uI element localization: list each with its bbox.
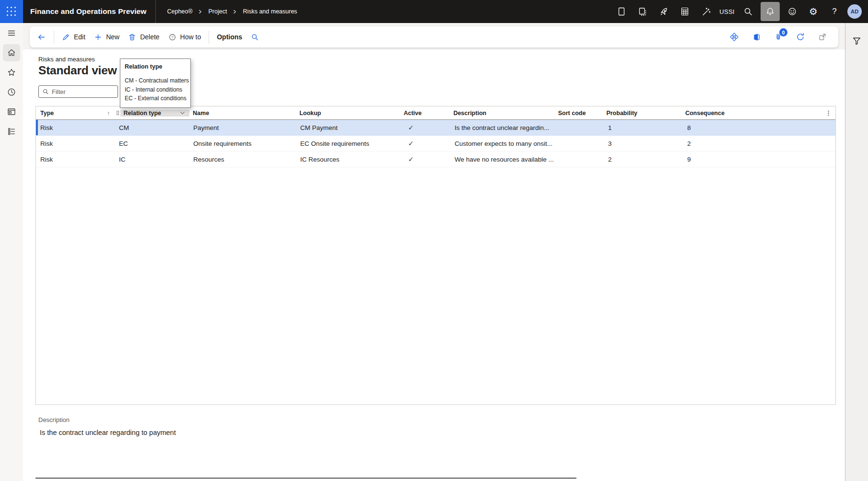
options-menu-button[interactable]: Options (212, 30, 246, 44)
page-body: Risks and measures Standard view Type ↑ (23, 49, 845, 481)
cell-lookup: CM Payment (298, 124, 402, 131)
nav-favorites-button[interactable] (3, 64, 20, 81)
nav-home-button[interactable] (3, 44, 20, 61)
column-grip-icon (115, 110, 120, 116)
cell-probability: 3 (605, 140, 684, 147)
dropdown-option-ec[interactable]: EC - External conditions (125, 94, 186, 103)
nav-modules-button[interactable] (3, 123, 20, 140)
filter-pane-button[interactable] (849, 33, 865, 49)
cell-lookup: IC Resources (298, 156, 402, 163)
cell-description: We have no resources available ... (451, 156, 557, 163)
refresh-button[interactable] (796, 32, 805, 42)
avatar[interactable]: AD (847, 4, 862, 19)
filter-input[interactable] (52, 88, 114, 95)
cell-type: Risk (36, 124, 115, 131)
notifications-button[interactable] (759, 0, 782, 23)
clock-icon (7, 87, 16, 97)
plus-icon (94, 33, 102, 41)
new-label: New (106, 33, 119, 41)
chevron-right-icon (232, 9, 237, 14)
cell-consequence: 2 (684, 140, 828, 147)
refresh-icon (796, 32, 805, 42)
grid-options-ellipsis-icon[interactable]: ⋮ (825, 106, 835, 119)
detail-description-label: Description (38, 416, 70, 423)
chevron-right-icon (198, 9, 203, 14)
hamburger-icon (7, 28, 16, 38)
section-splitter[interactable] (35, 478, 576, 479)
nav-recent-button[interactable] (3, 83, 20, 101)
cell-description: Is the contract unclear regardin... (451, 124, 557, 131)
app-title: Finance and Operations Preview (30, 7, 146, 16)
personalize-diamonds-icon[interactable] (729, 32, 739, 42)
nav-workspaces-button[interactable] (3, 103, 20, 120)
rocket-icon[interactable] (653, 0, 674, 23)
workspace-window-icon (7, 107, 16, 117)
task-double-icon[interactable] (632, 0, 653, 23)
column-header-type[interactable]: Type ↑ (36, 106, 115, 119)
toolbar-right-icons: 0 (729, 32, 834, 42)
delete-button[interactable]: Delete (124, 30, 164, 44)
toolbar-search-button[interactable] (246, 30, 263, 44)
action-toolbar: Edit New Delete ? How to Options (30, 26, 838, 47)
back-button[interactable] (33, 30, 50, 45)
cell-relation-type: EC (115, 140, 190, 147)
delete-label: Delete (140, 33, 159, 41)
notifications-highlight (761, 2, 780, 21)
cell-name: Resources (190, 156, 298, 163)
task-single-icon[interactable] (611, 0, 632, 23)
back-arrow-icon (37, 33, 46, 42)
modules-list-icon (7, 127, 16, 136)
relation-type-header-cell[interactable]: Relation type (120, 110, 190, 117)
help-circle-icon: ? (168, 33, 176, 41)
column-header-lookup[interactable]: Lookup (297, 106, 401, 119)
column-header-active[interactable]: Active (401, 106, 450, 119)
dropdown-option-ic[interactable]: IC - Internal conditions (125, 85, 186, 94)
cell-lookup: EC Onsite requirements (298, 140, 402, 147)
grid-filter-field[interactable] (38, 85, 118, 98)
breadcrumb-item-project[interactable]: Project (208, 8, 227, 15)
filter-search-icon (42, 88, 49, 95)
view-selector[interactable]: Standard view (38, 64, 129, 77)
breadcrumb-item-risks-and-measures[interactable]: Risks and measures (243, 8, 297, 15)
column-label-type: Type (40, 110, 54, 117)
feedback-smiley-icon[interactable] (782, 0, 803, 23)
active-checkmark-icon: ✓ (402, 124, 451, 131)
table-row[interactable]: Risk CM Payment CM Payment ✓ Is the cont… (36, 120, 835, 136)
settings-gear-icon[interactable]: ⚙ (803, 0, 824, 23)
left-nav-rail (0, 23, 23, 481)
column-header-probability[interactable]: Probability (603, 106, 682, 119)
calculator-icon[interactable] (674, 0, 695, 23)
new-button[interactable]: New (90, 30, 124, 44)
table-row[interactable]: Risk EC Onsite requirements EC Onsite re… (36, 136, 835, 152)
hamburger-menu-button[interactable] (3, 24, 20, 42)
grid-header-row: Type ↑ Relation type Name Lookup (36, 106, 835, 120)
column-header-sort-code[interactable]: Sort code (555, 106, 603, 119)
breadcrumb-item-cepheo[interactable]: Cepheo® (167, 8, 192, 15)
open-in-new-icon (818, 33, 827, 41)
search-icon[interactable] (738, 0, 759, 23)
edit-button[interactable]: Edit (58, 30, 90, 44)
home-icon (7, 48, 16, 58)
help-icon[interactable]: ? (824, 0, 845, 23)
attachments-button[interactable]: 0 (774, 33, 783, 41)
open-in-new-window-button[interactable] (818, 33, 827, 41)
star-icon (7, 68, 16, 77)
top-bar: Finance and Operations Preview Cepheo® P… (0, 0, 868, 23)
column-header-name[interactable]: Name (189, 106, 297, 119)
cell-name: Onsite requirements (190, 140, 298, 147)
office-integration-icon[interactable] (752, 33, 761, 42)
main-content: Edit New Delete ? How to Options (23, 23, 845, 481)
column-header-description[interactable]: Description (450, 106, 555, 119)
column-header-consequence[interactable]: Consequence (682, 106, 825, 119)
howto-button[interactable]: ? How to (164, 30, 206, 44)
dropdown-option-cm[interactable]: CM - Contractual matters (125, 76, 186, 85)
app-launcher-button[interactable] (0, 0, 23, 23)
environment-label[interactable]: USSI (716, 0, 738, 23)
cell-probability: 1 (605, 124, 684, 131)
options-label: Options (217, 33, 242, 41)
svg-text:?: ? (171, 35, 174, 39)
topbar-actions: USSI ⚙ ? AD (611, 0, 868, 23)
magic-wand-icon[interactable] (695, 0, 716, 23)
column-header-relation-type[interactable]: Relation type (115, 106, 190, 119)
table-row[interactable]: Risk IC Resources IC Resources ✓ We have… (36, 152, 835, 167)
